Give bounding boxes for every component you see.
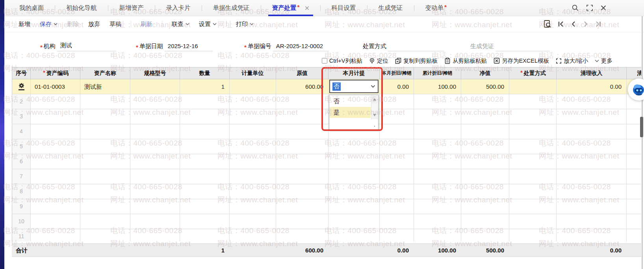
doc-date-input[interactable]: 2025-12-16 [165, 43, 213, 51]
vertical-scrollbar-track[interactable] [642, 16, 643, 269]
cell-monthly-depreciation[interactable]: 0.00 [380, 79, 414, 94]
cell-asset-code[interactable]: 01-01-0003 [31, 79, 80, 94]
zoom-toggle-button[interactable]: 放大/缩小 [556, 57, 588, 65]
close-icon[interactable] [600, 5, 607, 11]
search-icon[interactable] [571, 4, 579, 12]
vertical-scrollbar-thumb[interactable] [640, 117, 643, 137]
row-number: 8 [12, 184, 31, 199]
copy-to-clipboard-button[interactable]: 复制到剪贴板 [395, 57, 438, 65]
tab-generate-voucher[interactable]: 生成凭证 [378, 0, 404, 16]
tab-card-entry[interactable]: 录入卡片 [165, 0, 191, 16]
delete-button[interactable]: 删除 [67, 21, 79, 28]
draft-button[interactable]: 草稿 [109, 21, 121, 28]
prev-record-icon[interactable] [570, 21, 577, 27]
pin-icon [369, 58, 375, 64]
checkbox-icon[interactable] [322, 58, 327, 64]
tab-doc-to-voucher[interactable]: 单据生成凭证 [212, 0, 251, 16]
chevron-down-icon [186, 23, 189, 25]
tab-close-icon[interactable] [305, 6, 309, 10]
dropdown-option-no[interactable]: 否 [330, 96, 371, 107]
table-row[interactable]: 7 [12, 169, 641, 184]
print-button[interactable]: 打印 [236, 21, 254, 28]
zoom-brackets-icon [556, 58, 562, 64]
totals-label: 合计 [12, 244, 30, 257]
table-row[interactable]: 5 [12, 139, 641, 154]
table-row[interactable]: 6 [12, 154, 641, 169]
row-number: 10 [12, 214, 31, 229]
tab-change-order[interactable]: 变动单* [425, 0, 449, 16]
tab-my-desktop[interactable]: 我的桌面 [19, 0, 45, 16]
cell-disposal-income[interactable]: 0.00 [557, 79, 627, 94]
add-button[interactable]: 新增 [19, 21, 30, 28]
col-header-original-value: 原值 [276, 67, 328, 79]
tab-subject-settings[interactable]: 科目设置 [331, 0, 357, 16]
doc-number-input[interactable]: AR-2025-12-0002 [273, 43, 329, 51]
table-row[interactable]: 2 [12, 94, 641, 109]
chevron-down-icon [595, 60, 599, 62]
tab-new-asset[interactable]: 新增资产 [119, 0, 145, 16]
disposal-method-field: 处置方式 [363, 43, 444, 51]
ctrlv-paste-toggle[interactable]: Ctrl+V列粘贴 [322, 57, 362, 65]
maximize-icon[interactable] [586, 4, 593, 11]
tab-bar: 我的桌面 初始化导航 新增资产 录入卡片 单据生成凭证 资产处置* 科目设置 生… [4, 0, 644, 16]
table-row[interactable]: 4 [12, 124, 641, 139]
tab-init-navigation[interactable]: 初始化导航 [65, 0, 98, 16]
tabbar-icon-group [571, 4, 644, 12]
row-number: 7 [12, 169, 31, 184]
cell-quantity[interactable]: 1 [180, 79, 230, 94]
settings-button[interactable]: 设置 [199, 21, 217, 28]
row-gear-cell[interactable] [12, 79, 31, 94]
cell-unit[interactable] [230, 79, 276, 94]
table-row[interactable]: 11 [12, 229, 641, 241]
table-row[interactable]: 3 [12, 109, 641, 124]
table-row-selected[interactable]: 01-01-0003 测试新 1 600.00 否 0.00 100.00 50… [12, 79, 641, 94]
scroll-up-icon[interactable] [371, 95, 378, 103]
monthly-accrual-select[interactable]: 否 [329, 80, 379, 93]
last-record-icon[interactable] [595, 21, 601, 27]
toolbar-divider [162, 21, 162, 27]
table-row[interactable]: 9 [12, 199, 641, 214]
generate-voucher-input[interactable] [496, 49, 550, 51]
col-header-seq: 序号 [12, 67, 31, 79]
browse-records-icon[interactable] [543, 20, 552, 28]
cell-disposal-method[interactable] [509, 79, 557, 94]
table-row[interactable]: 10 [12, 214, 641, 229]
dropdown-scrollbar[interactable] [371, 95, 378, 119]
doc-date-field: * 单据日期 2025-12-16 [135, 43, 213, 51]
cell-spec-model[interactable] [130, 79, 180, 94]
save-button[interactable]: 保存 [40, 21, 58, 28]
cell-asset-name[interactable]: 测试新 [80, 79, 130, 94]
resize-grip-icon[interactable] [374, 126, 377, 129]
discard-button[interactable]: 放弃 [88, 21, 100, 28]
doc-number-label: 单据编号 [248, 43, 271, 51]
next-record-icon[interactable] [583, 21, 589, 27]
org-input[interactable]: 测试 [57, 42, 116, 51]
cell-original-value[interactable]: 600.00 [276, 79, 328, 94]
toolbar-divider [226, 21, 226, 27]
chevron-down-icon [250, 23, 254, 25]
chevron-down-icon[interactable] [371, 85, 375, 88]
col-header-quantity: 数量 [180, 67, 230, 79]
select-value: 否 [332, 82, 341, 91]
cell-accumulated-depreciation[interactable]: 100.00 [414, 79, 461, 94]
locate-button[interactable]: 定位 [369, 57, 388, 65]
disposal-method-input[interactable] [388, 49, 444, 51]
generate-voucher-field: 生成凭证 [470, 43, 550, 51]
asset-grid: 序号 *资产编码 资产名称 规格型号 数量 计量单位 原值 本月计提 本月折旧/… [12, 67, 641, 241]
refresh-button[interactable]: 刷新 [141, 21, 152, 28]
save-excel-template-button[interactable]: 另存为EXCEL模板 [494, 57, 549, 65]
first-record-icon[interactable] [558, 21, 564, 27]
row-number: 2 [12, 94, 31, 109]
scroll-down-icon[interactable] [371, 111, 378, 119]
more-button[interactable]: 更多 [595, 57, 612, 65]
table-row[interactable]: 8 [12, 184, 641, 199]
cell-net-value[interactable]: 500.00 [461, 79, 509, 94]
unsaved-marker: * [297, 4, 300, 11]
link-query-button[interactable]: 联查 [172, 21, 189, 28]
totals-accumulated-depreciation: 100.00 [414, 244, 461, 257]
dropdown-option-yes[interactable]: 是 [330, 107, 371, 118]
paste-from-clipboard-button[interactable]: 从剪贴板粘贴 [444, 57, 487, 65]
tab-asset-disposal[interactable]: 资产处置* [271, 0, 310, 16]
org-field: * 机构 测试 [39, 42, 116, 51]
tab-separator [367, 5, 367, 11]
